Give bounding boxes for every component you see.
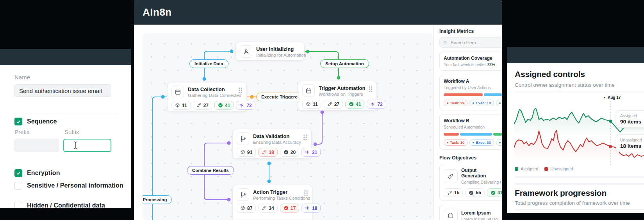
name-input[interactable] — [14, 84, 111, 97]
node-action-trigger[interactable]: Action Trigger Performing Tasks Conditio… — [232, 185, 312, 220]
edge-label-combine-results[interactable]: Combine Results — [187, 166, 234, 175]
bolt-badge[interactable]: 72 — [367, 100, 386, 109]
calendar-icon — [171, 86, 184, 98]
branch-icon — [237, 188, 249, 201]
rocket-badge[interactable]: 15 — [444, 188, 463, 197]
hidden-label: Hidden / Confidential data — [27, 202, 105, 208]
automation-coverage-card[interactable]: Automation Coverage Your last week is be… — [439, 52, 502, 71]
sequence-checkbox-checked[interactable] — [14, 118, 22, 125]
check-badge[interactable]: 20 — [280, 148, 299, 157]
flow-objectives-title: Flow Objectives — [439, 155, 502, 161]
bolt-badge[interactable]: 18 — [301, 204, 321, 213]
card-subtitle: Compiling Delivering O — [461, 180, 501, 184]
rocket-badge[interactable]: 27 — [193, 101, 212, 110]
card-title: Workflow A — [444, 79, 501, 84]
tooltip-value: 18 items — [620, 143, 644, 149]
framework-progression-title: Framework progression — [515, 188, 607, 198]
screenshot-stage: Name Sequence Prefix Suffix Encryption S… — [0, 0, 644, 220]
node-title: Action Trigger — [253, 189, 310, 195]
node-data-collection[interactable]: Data Collection Gathering Data Connected… — [167, 82, 247, 112]
assigned-tooltip: Assigned 90 items — [616, 110, 644, 128]
card-subtitle: Triggered by User Actions — [444, 85, 501, 90]
search-input[interactable] — [450, 40, 497, 45]
hidden-checkbox-row[interactable]: Hidden / Confidential data — [14, 202, 105, 208]
card-title: Automation Coverage — [444, 55, 501, 61]
sensitive-label: Sensitive / Personal information — [27, 182, 123, 189]
cube-badge[interactable]: 87 — [237, 204, 256, 213]
encryption-checkbox-row[interactable]: Encryption — [14, 169, 60, 177]
node-user-initializing[interactable]: User Initializing Initializing for Autom… — [235, 42, 305, 61]
bolt-badge[interactable]: 21 — [301, 148, 321, 157]
check-badge[interactable]: 41 — [214, 101, 234, 110]
check-badge[interactable]: 17 — [280, 204, 299, 213]
workflow-badges: Task: 29 Exec: 10 Done: 1 — [444, 100, 501, 106]
drag-handle-icon[interactable] — [303, 134, 307, 140]
divider — [515, 91, 644, 91]
charts-panel: Assigned controls Control owner assignme… — [507, 63, 644, 213]
node-title: Data Validation — [253, 133, 301, 139]
rocket-badge[interactable]: 34 — [258, 204, 277, 213]
workflow-b-card[interactable]: Workflow B Scheduled Automation Task: 10… — [439, 114, 502, 150]
cube-badge[interactable]: 11 — [171, 101, 191, 110]
exec-badge[interactable]: Exec: 10 — [469, 100, 494, 106]
encryption-checkbox-checked[interactable] — [14, 169, 22, 177]
objective-badges: 15 55 41 — [444, 188, 501, 197]
calendar-icon — [444, 209, 458, 220]
rocket-badge[interactable]: 18 — [258, 148, 277, 157]
sensitive-checkbox-unchecked[interactable] — [14, 182, 22, 190]
search-box[interactable] — [439, 37, 502, 48]
exec-badge[interactable]: Exec: 33 — [469, 139, 494, 146]
task-badge[interactable]: Task: 10 — [444, 139, 467, 146]
calendar-icon — [302, 84, 315, 97]
edge-label-initialize-data[interactable]: Initialize Data — [189, 59, 228, 68]
suffix-input-focused[interactable] — [63, 139, 111, 152]
sequence-checkbox-row[interactable]: Sequence — [14, 118, 57, 125]
node-badges: 91 18 20 21 — [237, 148, 307, 157]
node-subtitle: Initializing for Automation — [256, 53, 306, 57]
node-title: Data Collection — [188, 86, 241, 92]
sensitive-checkbox-row[interactable]: Sensitive / Personal information — [14, 182, 123, 190]
edge-label-ct-processing[interactable]: ct Processing — [143, 195, 172, 204]
rocket-badge[interactable]: 27 — [324, 100, 343, 109]
sidebar-title: Insight Metrics — [439, 29, 502, 34]
hidden-checkbox-unchecked[interactable] — [14, 202, 22, 208]
caret-down-icon: ▼ — [603, 96, 606, 99]
workflow-app-window: AIn8n Initialize Data Setup A — [134, 0, 502, 220]
node-subtitle: Ensuring Data Accuracy — [253, 140, 301, 145]
done-badge[interactable]: Done: 1 — [496, 139, 502, 146]
date-annotation: ▼ Aug 17 — [603, 95, 621, 100]
link-icon — [444, 169, 458, 183]
prefix-input[interactable] — [14, 139, 59, 152]
card-subtitle: Scheduled Automation — [444, 125, 501, 129]
cube-badge[interactable]: 91 — [237, 148, 256, 157]
name-label: Name — [14, 74, 30, 80]
tooltip-value: 90 items — [620, 119, 644, 125]
workflow-canvas[interactable]: Initialize Data Setup Automation Execute… — [143, 33, 433, 220]
cube-badge[interactable]: 11 — [302, 100, 321, 109]
check-badge[interactable]: 55 — [465, 188, 484, 197]
search-icon — [443, 40, 448, 45]
legend-assigned: Assigned — [515, 166, 538, 171]
divider — [515, 209, 644, 210]
done-badge[interactable]: Done: 1 — [496, 100, 502, 106]
node-data-validation[interactable]: Data Validation Ensuring Data Accuracy 9… — [232, 129, 312, 159]
app-title: AIn8n — [143, 0, 172, 25]
bolt-badge[interactable]: 72 — [236, 101, 255, 110]
right-panel-header-strip — [507, 47, 644, 63]
user-icon — [240, 45, 252, 58]
drag-handle-icon[interactable] — [238, 87, 243, 93]
tooltip-label: Assigned — [620, 113, 644, 118]
edge-label-setup-automation[interactable]: Setup Automation — [320, 59, 369, 68]
check-badge[interactable]: 41 — [487, 188, 502, 197]
node-trigger-automation[interactable]: Trigger Automation Workflows on Triggers… — [298, 81, 377, 111]
insight-metrics-sidebar: Insight Metrics Automation Coverage Your… — [433, 25, 502, 220]
workflow-a-card[interactable]: Workflow A Triggered by User Actions Tas… — [439, 75, 502, 110]
drag-handle-icon[interactable] — [304, 190, 308, 196]
chart-legend: Assigned Unassigned — [515, 166, 573, 171]
task-badge[interactable]: Task: 29 — [444, 100, 467, 106]
drag-handle-icon[interactable] — [368, 86, 373, 92]
check-badge[interactable]: 41 — [345, 100, 364, 109]
output-generation-card[interactable]: Output Generation Compiling Delivering O… — [439, 164, 502, 201]
lorem-ipsum-card[interactable]: Lorem Ipsum Lorem Ipsum Sit Dol — [439, 205, 502, 220]
workflow-badges: Task: 10 Exec: 33 Done: 1 — [444, 139, 501, 146]
